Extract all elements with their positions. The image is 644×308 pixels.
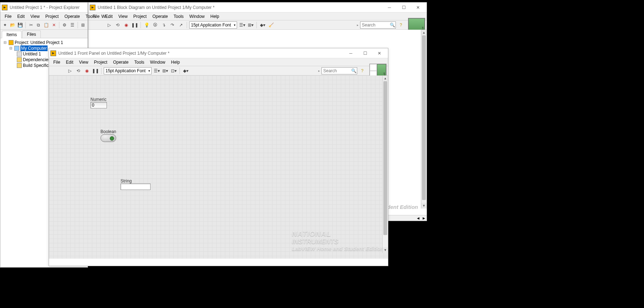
font-selector-label: 15pt Application Font — [191, 23, 231, 28]
abort-button[interactable]: ◉ — [83, 67, 90, 74]
retain-wire-button[interactable]: ⦿ — [152, 21, 159, 29]
save-button[interactable]: 💾 — [17, 21, 23, 29]
cleanup-button[interactable]: 🧹 — [267, 21, 275, 29]
front-panel-canvas[interactable]: Numeric 0 Boolean String NATIONAL INSTRU… — [49, 75, 388, 259]
scroll-thumb[interactable] — [422, 35, 426, 200]
filter-button[interactable]: ⊞ — [80, 21, 86, 29]
menu-window[interactable]: Window — [187, 13, 208, 20]
menu-edit[interactable]: Edit — [14, 13, 28, 20]
menu-help[interactable]: Help — [168, 59, 183, 65]
step-into-button[interactable]: ↴ — [160, 21, 167, 29]
delete-button[interactable]: ✕ — [51, 21, 57, 29]
help-button[interactable]: ? — [359, 67, 366, 74]
help-button[interactable]: ? — [397, 21, 404, 29]
menu-operate[interactable]: Operate — [110, 59, 131, 65]
tab-files[interactable]: Files — [22, 30, 40, 38]
distribute-menu[interactable]: ⊞▾ — [247, 21, 254, 29]
menu-operate[interactable]: Operate — [149, 13, 171, 20]
menu-project[interactable]: Project — [91, 59, 110, 65]
menu-tools[interactable]: Tools — [171, 13, 187, 20]
run-continuous-button[interactable]: ⟲ — [114, 21, 121, 29]
abort-button[interactable]: ◉ — [123, 21, 130, 29]
numeric-value: 0 — [92, 103, 94, 108]
front-panel-titlebar[interactable]: Untitled 1 Front Panel on Untitled Proje… — [49, 48, 388, 58]
search-box[interactable]: 🔍 — [321, 67, 357, 74]
menu-project[interactable]: Project — [43, 13, 62, 20]
menu-view[interactable]: View — [28, 13, 43, 20]
search-input[interactable] — [360, 22, 389, 28]
watermark-line3: LabVIEW Home and Student Edition — [292, 245, 384, 251]
font-selector[interactable]: 15pt Application Font — [189, 21, 237, 29]
pause-button[interactable]: ❚❚ — [92, 67, 99, 74]
tree-dependencies-label: Dependencies — [23, 57, 50, 63]
search-icon[interactable]: 🔍 — [350, 68, 357, 74]
scroll-up-button[interactable]: ▲ — [421, 30, 427, 35]
menu-view[interactable]: View — [76, 59, 91, 65]
tree-root[interactable]: ⊟ Project: Untitled Project 1 — [3, 40, 85, 45]
resize-menu[interactable]: ⊡▾ — [170, 67, 177, 74]
string-control[interactable] — [121, 184, 151, 190]
vertical-scrollbar[interactable]: ▲ ▼ — [382, 75, 388, 253]
run-button[interactable]: ▷ — [66, 67, 73, 74]
align-menu[interactable]: ☰▾ — [239, 21, 246, 29]
paste-button[interactable]: 📋 — [43, 21, 49, 29]
menu-file[interactable]: File — [50, 59, 63, 65]
distribute-menu[interactable]: ⊞▾ — [162, 67, 169, 74]
scroll-thumb[interactable] — [383, 81, 387, 235]
maximize-button[interactable]: ☐ — [397, 3, 411, 12]
close-button[interactable]: ✕ — [411, 3, 425, 12]
scroll-down-button[interactable]: ▼ — [421, 203, 427, 209]
font-selector[interactable]: 15pt Application Font — [104, 67, 152, 74]
minimize-button[interactable]: ─ — [382, 3, 397, 12]
boolean-control[interactable] — [100, 134, 116, 142]
new-button[interactable]: ✦ — [2, 21, 8, 29]
menu-tools[interactable]: Tools — [83, 13, 99, 20]
resolve-conflicts-button[interactable]: ⚙ — [62, 21, 68, 29]
menu-project[interactable]: Project — [131, 13, 149, 20]
tab-items[interactable]: Items — [2, 31, 21, 38]
maximize-button[interactable]: ☐ — [358, 49, 372, 58]
scroll-up-button[interactable]: ▲ — [383, 75, 388, 81]
run-continuous-button[interactable]: ⟲ — [75, 67, 82, 74]
menu-operate[interactable]: Operate — [62, 13, 83, 20]
pause-button[interactable]: ❚❚ — [131, 21, 138, 29]
reorder-menu[interactable]: ◆▾ — [182, 67, 189, 74]
search-icon[interactable]: 🔍 — [389, 22, 395, 28]
highlight-execution-button[interactable]: 💡 — [143, 21, 150, 29]
labview-icon — [90, 5, 95, 10]
menu-window-clipped[interactable]: Wi… — [99, 13, 114, 20]
menu-file[interactable]: File — [2, 13, 14, 20]
reorder-menu[interactable]: ◆▾ — [259, 21, 266, 29]
align-menu[interactable]: ☰▾ — [153, 67, 160, 74]
numeric-control[interactable]: 0 — [90, 102, 107, 108]
search-input[interactable] — [322, 68, 350, 74]
menu-window[interactable]: Window — [147, 59, 168, 65]
close-button[interactable]: ✕ — [372, 49, 387, 58]
front-panel-title: Untitled 1 Front Panel on Untitled Proje… — [58, 51, 344, 56]
cut-button[interactable]: ✂ — [28, 21, 34, 29]
step-out-button[interactable]: ↗ — [177, 21, 185, 29]
block-diagram-watermark: dent Edition — [387, 204, 418, 210]
open-button[interactable]: 📂 — [9, 21, 15, 29]
front-panel-toolbar: ▷ ⟲ ◉ ❚❚ 15pt Application Font ☰▾ ⊞▾ ⊡▾ … — [49, 66, 388, 75]
run-button[interactable]: ▷ — [105, 21, 113, 29]
scroll-left-button[interactable]: ◀ — [415, 216, 421, 220]
scroll-right-button[interactable]: ▶ — [421, 216, 427, 220]
search-box[interactable]: 🔍 — [360, 21, 396, 29]
minimize-button[interactable]: ─ — [344, 49, 358, 58]
tree-root-label: Project: Untitled Project 1 — [15, 40, 63, 45]
vertical-scrollbar[interactable]: ▲ ▼ — [421, 30, 427, 209]
scroll-down-button[interactable]: ▼ — [383, 247, 388, 253]
project-explorer-titlebar[interactable]: Untitled Project 1 * - Project Explorer — [0, 3, 88, 13]
properties-button[interactable]: ☰ — [69, 21, 75, 29]
menu-help[interactable]: Help — [207, 13, 222, 20]
menu-tools[interactable]: Tools — [132, 59, 147, 65]
menu-edit[interactable]: Edit — [63, 59, 76, 65]
copy-button[interactable]: ⧉ — [35, 21, 41, 29]
tree-vi-label: Untitled 1 — [23, 51, 41, 57]
step-over-button[interactable]: ↷ — [169, 21, 176, 29]
labview-icon — [2, 5, 8, 10]
block-diagram-toolbar: ▷ ⟲ ◉ ❚❚ 💡 ⦿ ↴ ↷ ↗ 15pt Application Font… — [88, 20, 427, 30]
block-diagram-titlebar[interactable]: Untitled 1 Block Diagram on Untitled Pro… — [88, 3, 427, 13]
menu-view[interactable]: View — [115, 13, 131, 20]
